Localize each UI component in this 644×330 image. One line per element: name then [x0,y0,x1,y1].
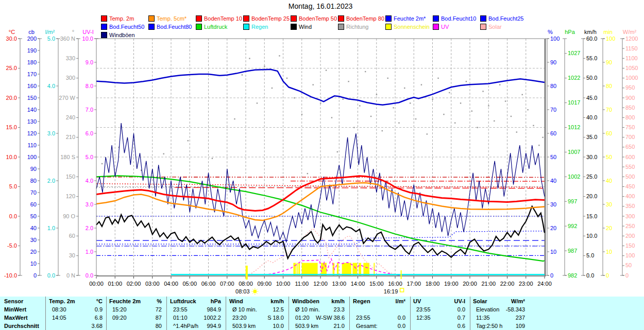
svg-text:600: 600 [625,154,635,160]
stats-row: LuftdruckhPa [170,297,223,305]
svg-text:1.0: 1.0 [86,249,93,255]
stat-max-time: 09:20 [109,314,127,322]
svg-text:100: 100 [606,36,615,42]
svg-text:25.0: 25.0 [6,65,17,71]
svg-text:5.0: 5.0 [86,154,93,160]
svg-text:80: 80 [550,83,556,89]
stat-name: Solar [473,297,487,305]
stat-min-value: 0.9 [95,305,105,314]
svg-text:140: 140 [27,107,37,113]
svg-text:45.0: 45.0 [586,95,597,101]
svg-text:0: 0 [606,272,609,279]
stat-avg-time: 503.9 km [292,322,318,330]
svg-text:07:00: 07:00 [220,281,234,287]
svg-text:700: 700 [625,134,635,140]
stats-col-sensor: SensorMinWertMaxWertDurchschnitt [4,297,44,330]
svg-text:100: 100 [625,252,635,258]
svg-text:10.0: 10.0 [586,233,597,239]
stats-row: Ø 10 min.12.5 [229,305,286,314]
svg-text:1050: 1050 [625,65,638,71]
stat-max-value: 87 [156,314,164,322]
svg-text:35.0: 35.0 [586,134,597,140]
svg-text:200: 200 [27,36,37,42]
svg-text:18:00: 18:00 [426,281,440,287]
svg-text:650: 650 [625,144,635,150]
svg-text:900: 900 [625,95,635,101]
stat-avg-value: 0.6 [457,322,467,330]
svg-text:-5.0: -5.0 [7,242,17,249]
stats-row: 01:101002.2 [170,314,223,322]
axis-solar: 0501001502002503003504004505005506006507… [620,29,638,279]
svg-text:300: 300 [625,213,635,219]
axis-title-hpa: hPa [565,29,575,35]
stats-row-label: MaxWert [4,314,44,322]
svg-text:0.0: 0.0 [9,213,17,219]
stats-row: 15:2072 [109,305,164,314]
svg-text:190: 190 [27,47,37,54]
svg-text:1027: 1027 [568,50,580,56]
stats-row: 14:056.8 [49,314,105,322]
svg-text:100: 100 [27,154,37,160]
stat-max-time: 23:55 [353,314,370,322]
stat-min-time: 23:55 [413,305,431,314]
svg-text:24:00: 24:00 [537,281,552,287]
stats-row: 3.68 [49,322,105,330]
stats-row: Tag:2:50 h109 [473,322,527,330]
svg-text:30: 30 [30,237,37,243]
axis-title-dir: ° [72,29,74,35]
stats-row: 12:350.7 [413,314,467,322]
stat-avg-time: Tag:2:50 h [473,322,502,330]
stat-max-value: S 18.0 [267,314,286,322]
svg-text:800: 800 [625,114,635,120]
svg-text:60: 60 [69,233,75,239]
svg-text:992: 992 [568,223,577,229]
svg-text:10: 10 [606,249,612,255]
svg-text:55.0: 55.0 [586,55,597,61]
svg-text:11:00: 11:00 [295,281,309,287]
axis-uv: 0.01.02.03.04.05.06.07.08.09.010.0UV-I [82,29,98,279]
stat-max-value: 0.7 [457,314,467,322]
svg-text:150: 150 [625,242,635,249]
svg-text:90: 90 [30,166,37,172]
stats-col-temp-2m: Temp. 2m°C08:300.914:056.83.68 [49,297,105,330]
stat-avg-value: 21.0 [334,322,347,330]
stats-row: 08:300.9 [49,305,105,314]
series-uv [268,259,401,275]
axis-title-wind: km/h [584,29,597,35]
stat-max-time: 12:35 [413,314,431,322]
svg-text:08:00: 08:00 [239,281,253,287]
svg-text:950: 950 [625,84,635,91]
svg-text:50.0: 50.0 [586,75,597,81]
svg-text:05:00: 05:00 [182,281,197,287]
stats-row: 23:20S 18.0 [229,314,286,322]
svg-text:25.0: 25.0 [586,173,597,180]
stats-row: UVUV-I [413,297,467,305]
stats-col-windb-en: Windböenkm/hØ 10 min.23.301:20W-SW 38.65… [292,297,347,330]
svg-text:60: 60 [550,130,556,136]
svg-text:1017: 1017 [568,99,580,106]
stat-name: Luftdruck [170,297,196,305]
svg-text:130: 130 [27,118,37,125]
svg-text:1007: 1007 [568,149,580,155]
stat-max-time: 01:20 [292,314,310,322]
svg-text:180 S: 180 S [60,154,75,160]
stats-row: 11:35237 [473,314,527,322]
stats-row: 503.9 km21.0 [292,322,347,330]
svg-text:400: 400 [625,193,635,199]
stat-unit: UV-I [454,297,467,305]
axis-title-hum: % [548,29,553,35]
svg-text:00:00: 00:00 [89,281,104,287]
svg-text:40.0: 40.0 [586,114,597,120]
svg-text:15.0: 15.0 [586,213,597,219]
svg-text:70: 70 [550,107,556,113]
stats-row: Temp. 2m°C [49,297,105,305]
stat-min-value: 0.0 [457,305,467,314]
svg-text:10: 10 [30,260,37,267]
svg-text:50: 50 [625,262,632,268]
stat-max-value: 6.8 [95,314,105,322]
stat-name: Temp. 2m [49,297,75,305]
svg-text:06:00: 06:00 [201,281,216,287]
stat-unit: l/m² [395,297,408,305]
svg-text:250: 250 [625,223,635,229]
stats-row: 01:20W-SW 38.6 [292,314,347,322]
